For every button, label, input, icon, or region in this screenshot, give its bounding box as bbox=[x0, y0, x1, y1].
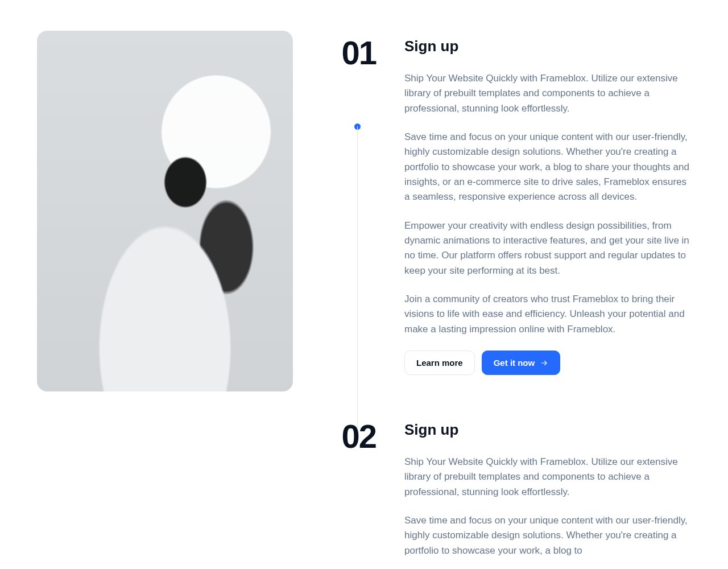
step-number: 01 bbox=[330, 31, 376, 69]
step-image-illustration bbox=[37, 31, 293, 391]
step-paragraph: Ship Your Website Quickly with Frameblox… bbox=[404, 455, 691, 500]
step-number: 02 bbox=[330, 414, 376, 453]
button-label: Get it now bbox=[494, 358, 535, 368]
arrow-right-icon bbox=[540, 359, 548, 367]
get-it-now-button[interactable]: Get it now bbox=[482, 351, 561, 375]
button-label: Learn more bbox=[416, 358, 463, 368]
step-paragraph: Ship Your Website Quickly with Frameblox… bbox=[404, 71, 691, 116]
step-paragraph: Join a community of creators who trust F… bbox=[404, 292, 691, 337]
step-image bbox=[37, 31, 293, 391]
step-body: Ship Your Website Quickly with Frameblox… bbox=[404, 71, 691, 337]
timeline-rail bbox=[357, 126, 358, 434]
step-paragraph: Save time and focus on your unique conte… bbox=[404, 130, 691, 205]
step-title: Sign up bbox=[404, 421, 691, 439]
step-paragraph: Save time and focus on your unique conte… bbox=[404, 513, 691, 558]
step-title: Sign up bbox=[404, 38, 691, 55]
step-body: Ship Your Website Quickly with Frameblox… bbox=[404, 455, 691, 558]
step-paragraph: Empower your creativity with endless des… bbox=[404, 218, 691, 278]
learn-more-button[interactable]: Learn more bbox=[404, 351, 475, 375]
